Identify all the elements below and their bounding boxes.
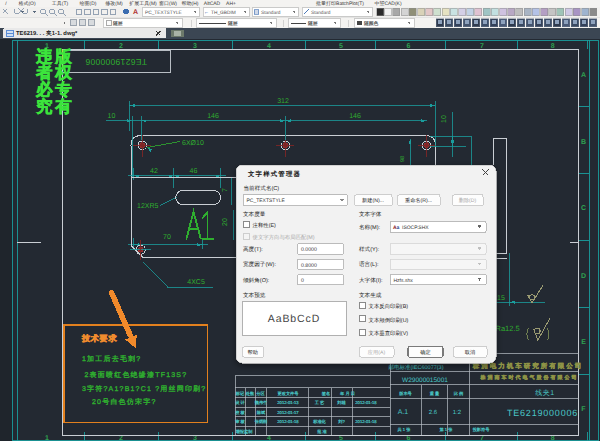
svg-text:宽度因子(W):: 宽度因子(W): xyxy=(243,261,276,268)
svg-text:Standard: Standard xyxy=(261,10,281,16)
svg-text:A: A xyxy=(581,72,586,79)
svg-text:中望CAD(K): 中望CAD(K) xyxy=(374,0,402,7)
svg-text:1: 1 xyxy=(45,435,49,441)
svg-text:应用(A): 应用(A) xyxy=(368,349,386,356)
svg-text:高度(T):: 高度(T): xyxy=(243,246,263,253)
svg-text:年 月 日: 年 月 日 xyxy=(340,391,355,396)
svg-text:格式(O): 格式(O) xyxy=(17,0,36,7)
svg-text:名称(M):: 名称(M): xyxy=(359,224,381,231)
svg-text:者权: 者权 xyxy=(35,64,75,82)
svg-text:魏伟生: 魏伟生 xyxy=(255,400,268,405)
svg-text:2012-01-18: 2012-01-18 xyxy=(355,419,377,424)
svg-text:15: 15 xyxy=(497,295,505,302)
svg-text:违版: 违版 xyxy=(35,48,75,66)
svg-text:Hzfs.shx: Hzfs.shx xyxy=(394,278,414,284)
svg-text:文本度量: 文本度量 xyxy=(243,211,266,218)
svg-text:98: 98 xyxy=(400,156,406,162)
svg-text:B: B xyxy=(581,139,586,146)
svg-text:TE6219000006: TE6219000006 xyxy=(85,57,147,67)
svg-text:146: 146 xyxy=(207,113,219,120)
svg-text:A.1: A.1 xyxy=(398,409,409,416)
svg-text:更改文件号: 更改文件号 xyxy=(278,391,300,396)
svg-text:a: a xyxy=(397,225,400,231)
svg-text:2012-01-18: 2012-01-18 xyxy=(355,400,377,405)
svg-text:倾斜角(O):: 倾斜角(O): xyxy=(243,277,270,284)
svg-text:6XØ10: 6XØ10 xyxy=(182,139,204,147)
svg-text:42: 42 xyxy=(150,168,158,175)
svg-text:比 例: 比 例 xyxy=(454,391,464,396)
svg-text:C: C xyxy=(581,205,586,212)
svg-text:共 1 张: 共 1 张 xyxy=(397,427,411,432)
svg-text:窗口(W): 窗口(W) xyxy=(159,0,177,7)
svg-text:批 准: 批 准 xyxy=(317,429,327,434)
svg-text:文本反向印刷(B): 文本反向印刷(B) xyxy=(369,303,409,310)
svg-text:4: 4 xyxy=(267,435,271,441)
svg-text:文本预览: 文本预览 xyxy=(243,292,266,299)
svg-text:8: 8 xyxy=(551,435,555,441)
svg-text:删除(D): 删除(D) xyxy=(459,197,477,204)
svg-text:70: 70 xyxy=(163,234,171,241)
svg-text:随层: 随层 xyxy=(308,21,318,27)
svg-text:3: 3 xyxy=(193,435,197,441)
svg-text:张炳刚: 张炳刚 xyxy=(255,419,268,424)
svg-text:文本垂直印刷(V): 文本垂直印刷(V) xyxy=(369,330,409,337)
svg-text:新建(N)...: 新建(N)... xyxy=(362,197,384,204)
svg-text:146: 146 xyxy=(349,113,361,120)
svg-text:ISOCP.SHX: ISOCP.SHX xyxy=(402,225,429,231)
svg-text:修改(M): 修改(M) xyxy=(105,1,123,7)
svg-text:Standard: Standard xyxy=(311,10,331,16)
svg-text:绘图(D): 绘图(D) xyxy=(80,0,97,7)
svg-text:分区: 分区 xyxy=(256,391,265,396)
svg-text:帮助(H): 帮助(H) xyxy=(182,0,199,7)
svg-text:E: E xyxy=(581,339,586,346)
svg-text:株洲南车时代电气股份有限公司: 株洲南车时代电气股份有限公司 xyxy=(480,374,579,381)
svg-text:TE6219. . . 夹1-1. dwg*: TE6219. . . 夹1-1. dwg* xyxy=(16,30,78,37)
svg-text:4XC5: 4XC5 xyxy=(187,279,205,286)
svg-text:文字样式管理器: 文字样式管理器 xyxy=(247,170,301,178)
svg-text:工具(T): 工具(T) xyxy=(52,1,69,7)
svg-text:陈斌: 陈斌 xyxy=(257,410,266,415)
svg-text:1加工后去毛刺?: 1加工后去毛刺? xyxy=(82,355,141,363)
svg-text:20号白色仿宋字?: 20号白色仿宋字? xyxy=(92,398,156,406)
svg-text:投影符号: 投影符号 xyxy=(472,427,491,432)
svg-text:签名: 签名 xyxy=(322,391,330,396)
svg-text:2: 2 xyxy=(119,435,123,441)
svg-text:2012-01-13: 2012-01-13 xyxy=(277,400,299,405)
svg-text:刘?: 刘? xyxy=(338,419,345,424)
svg-text:注释性(E): 注释性(E) xyxy=(253,222,277,229)
svg-text:随颜色: 随颜色 xyxy=(364,20,379,27)
svg-text:邮电标准(IEC60077(3): 邮电标准(IEC60077(3) xyxy=(388,364,443,371)
svg-text:大字体(I):: 大字体(I): xyxy=(359,277,383,284)
svg-text:Ra12.5: Ra12.5 xyxy=(496,324,520,333)
svg-text:TE6219000006: TE6219000006 xyxy=(507,408,578,418)
svg-text:究有: 究有 xyxy=(36,97,75,116)
svg-text:设 计: 设 计 xyxy=(235,400,245,405)
svg-text:PC_TEXTSTYLE: PC_TEXTSTYLE xyxy=(145,10,182,16)
svg-text:标准化: 标准化 xyxy=(312,419,326,424)
svg-text:12XR5: 12XR5 xyxy=(137,203,159,210)
svg-text:线夹1: 线夹1 xyxy=(535,389,554,397)
svg-text:F: F xyxy=(581,406,586,413)
svg-text:2012-01-18: 2012-01-18 xyxy=(277,419,299,424)
svg-text:0.8000: 0.8000 xyxy=(301,263,317,269)
svg-text:⌐: ⌐ xyxy=(205,10,208,16)
svg-text:2012-01-17: 2012-01-17 xyxy=(277,410,299,415)
svg-text:1:2: 1:2 xyxy=(453,409,462,416)
svg-text:AH+: AH+ xyxy=(226,1,236,7)
svg-text:2表面喷红色绝缘漆TF13S?: 2表面喷红色绝缘漆TF13S? xyxy=(85,371,188,379)
svg-text:工 艺: 工 艺 xyxy=(315,400,325,405)
svg-text:确定: 确定 xyxy=(419,349,430,356)
svg-text:5: 5 xyxy=(339,435,343,441)
svg-text:扩展工具(M): 扩展工具(M) xyxy=(129,0,157,7)
svg-text:株洲电力机车研究所有限公司: 株洲电力机车研究所有限公司 xyxy=(472,362,584,370)
svg-text:审 核: 审 核 xyxy=(235,419,245,424)
svg-text:AaBbCcD: AaBbCcD xyxy=(268,313,320,325)
svg-text:重 量: 重 量 xyxy=(430,391,440,396)
svg-text:技术要求: 技术要求 xyxy=(81,334,117,343)
svg-text:取消: 取消 xyxy=(465,349,475,356)
svg-text:3字符?A1?B1?C1 ?用丝网印刷?: 3字符?A1?B1?C1 ?用丝网印刷? xyxy=(82,385,206,393)
svg-text:10: 10 xyxy=(108,113,116,120)
svg-text:7: 7 xyxy=(222,188,229,192)
svg-text:随层: 随层 xyxy=(113,21,123,27)
svg-text:文本字体: 文本字体 xyxy=(359,211,382,218)
